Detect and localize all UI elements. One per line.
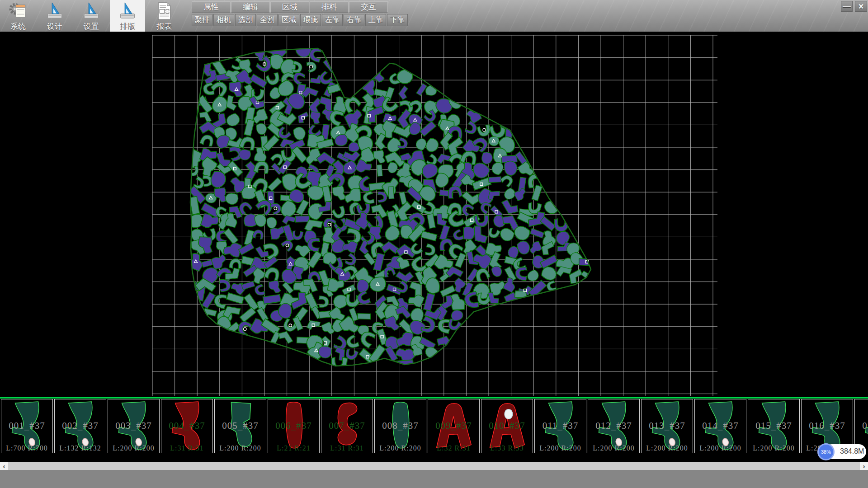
piece-count-label: L:33 R:33 — [481, 444, 533, 452]
app-button-label: 系统 — [10, 21, 26, 32]
piece-id-label: 015_#37 — [748, 420, 799, 432]
piece-thumbnail-9[interactable]: 009_#37L:32 R:31 — [428, 399, 480, 453]
nested-pieces — [184, 40, 594, 371]
menu-tab-3[interactable]: 区域 — [270, 1, 309, 13]
app-button-design[interactable]: 设计 — [37, 0, 72, 32]
piece-count-label: L:21 R:21 — [268, 444, 319, 452]
memory-value: 384.8M — [840, 447, 864, 455]
tool-button-1[interactable]: 聚排 — [192, 14, 212, 26]
piece-thumbnail-10[interactable]: 010_#37L:33 R:33 — [481, 399, 533, 453]
app-button-layout[interactable]: 排版 — [110, 0, 145, 32]
tool-button-2[interactable]: 相机 — [213, 14, 234, 26]
nesting-canvas[interactable] — [0, 32, 868, 397]
piece-id-label: 014_#37 — [695, 420, 746, 432]
piece-count-label: L:31 R:31 — [161, 444, 212, 452]
app-button-settings[interactable]: 设置 — [74, 0, 109, 32]
piece-thumbnail-12[interactable]: 012_#37L:200 R:200 — [588, 399, 640, 453]
app-button-label: 报表 — [156, 21, 172, 32]
menu-tab-row: 属性编辑区域排料交互 — [192, 1, 388, 13]
minimize-button[interactable]: — — [841, 1, 853, 12]
app-button-system[interactable]: 系统 — [0, 0, 36, 32]
gear-icon — [8, 1, 28, 21]
piece-id-label: 011_#37 — [535, 420, 586, 432]
piece-thumbnail-8[interactable]: 008_#37L:200 R:200 — [374, 399, 426, 453]
piece-count-label: L:200 R:200 — [695, 444, 746, 452]
piece-thumbnail-7[interactable]: 007_#37L:31 R:31 — [321, 399, 373, 453]
piece-count-label: L:200 R:200 — [748, 444, 799, 452]
tool-button-4[interactable]: 全割 — [257, 14, 278, 26]
piece-id-label: 007_#37 — [321, 420, 373, 432]
piece-thumbnail-11[interactable]: 011_#37L:200 R:200 — [534, 399, 586, 453]
app-button-label: 设置 — [84, 21, 99, 32]
piece-count-label: L:32 R:31 — [428, 444, 479, 452]
ruler-icon — [81, 1, 101, 21]
piece-id-label: 008_#37 — [375, 420, 426, 432]
app-button-report[interactable]: 报表 — [146, 0, 182, 32]
piece-id-label: 005_#37 — [215, 420, 266, 432]
app-button-label: 排版 — [120, 21, 135, 32]
piece-id-label: 001_#37 — [1, 420, 52, 432]
close-button[interactable]: × — [855, 1, 867, 12]
piece-thumbnail-13[interactable]: 013_#37L:200 R:200 — [641, 399, 693, 453]
piece-thumbnail-5[interactable]: 005_#37L:200 R:200 — [214, 399, 266, 453]
tool-button-6[interactable]: 瑕疵 — [300, 14, 321, 26]
app-button-label: 设计 — [47, 21, 62, 32]
piece-count-label: L:31 R:31 — [321, 444, 373, 452]
titlebar: 系统设计设置排版报表 属性编辑区域排料交互 聚排相机选割全割区域瑕疵左靠右靠上靠… — [0, 0, 868, 32]
piece-thumbnail-14[interactable]: 014_#37L:200 R:200 — [694, 399, 746, 453]
piece-count-label: L:200 R:200 — [642, 444, 693, 452]
scroll-left-arrow[interactable]: ‹ — [0, 462, 8, 470]
progress-circle[interactable]: 38% — [817, 443, 835, 460]
tool-button-row: 聚排相机选割全割区域瑕疵左靠右靠上靠下靠 — [192, 14, 409, 26]
piece-count-label: L:200 R:200 — [108, 444, 159, 452]
piece-id-label: 002_#37 — [55, 420, 106, 432]
piece-id-label: 016_#37 — [802, 420, 853, 432]
piece-thumbnail-3[interactable]: 003_#37L:200 R:200 — [108, 399, 160, 453]
memory-badge[interactable]: 384.8M 38% — [817, 443, 868, 460]
horizontal-scrollbar[interactable]: ‹ › — [0, 462, 868, 470]
tool-button-9[interactable]: 上靠 — [365, 14, 386, 26]
piece-thumbnail-strip: 001_#37L:700 R:700002_#37L:132 R:132003_… — [0, 399, 868, 454]
menu-tab-4[interactable]: 排料 — [310, 1, 349, 13]
piece-id-label: 013_#37 — [642, 420, 693, 432]
piece-thumbnail-1[interactable]: 001_#37L:700 R:700 — [1, 399, 53, 453]
piece-id-label: 017_#37 — [855, 420, 868, 432]
tool-button-10[interactable]: 下靠 — [387, 14, 408, 26]
piece-thumbnail-2[interactable]: 002_#37L:132 R:132 — [54, 399, 106, 453]
piece-count-label: L:700 R:700 — [1, 444, 52, 452]
piece-count-label: L:200 R:200 — [375, 444, 426, 452]
piece-count-label: L:200 R:200 — [215, 444, 266, 452]
piece-id-label: 004_#37 — [161, 420, 212, 432]
piece-id-label: 010_#37 — [481, 420, 533, 432]
menu-tab-2[interactable]: 编辑 — [231, 1, 270, 13]
piece-thumbnail-4[interactable]: 004_#37L:31 R:31 — [161, 399, 213, 453]
ruler-icon — [45, 1, 65, 21]
menu-tab-5[interactable]: 交互 — [349, 1, 388, 13]
piece-id-label: 006_#37 — [268, 420, 319, 432]
tool-button-3[interactable]: 选割 — [235, 14, 256, 26]
tool-button-8[interactable]: 右靠 — [344, 14, 364, 26]
report-icon — [154, 1, 174, 21]
piece-id-label: 012_#37 — [588, 420, 639, 432]
piece-count-label: L:132 R:132 — [55, 444, 106, 452]
piece-thumbnail-15[interactable]: 015_#37L:200 R:200 — [748, 399, 800, 453]
menu-tab-1[interactable]: 属性 — [192, 1, 231, 13]
piece-id-label: 003_#37 — [108, 420, 159, 432]
tool-button-5[interactable]: 区域 — [278, 14, 299, 26]
ruler-icon — [118, 1, 137, 21]
hide-nesting-view[interactable] — [0, 32, 868, 397]
piece-count-label: L:200 R:200 — [535, 444, 586, 452]
piece-id-label: 009_#37 — [428, 420, 479, 432]
tool-button-7[interactable]: 左靠 — [322, 14, 343, 26]
status-bar — [0, 470, 868, 488]
piece-thumbnail-6[interactable]: 006_#37L:21 R:21 — [268, 399, 320, 453]
scroll-right-arrow[interactable]: › — [860, 462, 868, 470]
piece-count-label: L:200 R:200 — [588, 444, 639, 452]
